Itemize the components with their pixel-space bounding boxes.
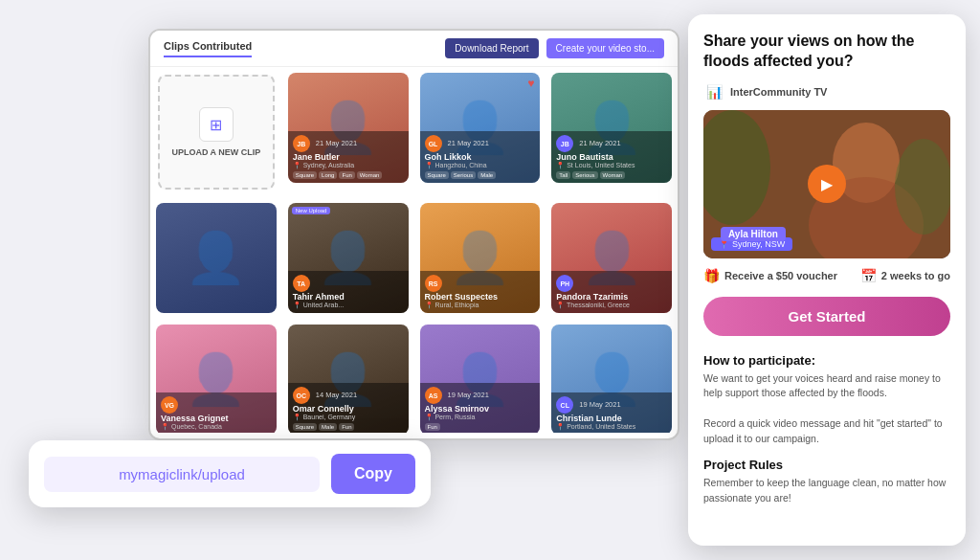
rules-body: Remember to keep the language clean, no … [688,476,966,514]
clip-card-7[interactable]: 👤PHPandora Tzarimis📍 Thessaloniki, Greec… [546,197,678,319]
avatar-1: JB [293,135,310,152]
video-thumbnail[interactable]: ▶ Ayla Hilton 📍 Sydney, NSW [703,110,950,258]
clip-tag: Serious [451,171,476,179]
svg-point-4 [895,139,950,235]
time-info: 📅 2 weeks to go [860,268,950,283]
clip-tags-3: TallSeriousWoman [556,171,667,179]
clip-date-3: 21 May 2021 [579,139,620,147]
video-name-badge: Ayla Hilton [721,227,786,241]
clip-tag: Male [319,423,337,431]
copy-link-text: mymagiclink/upload [44,457,320,492]
clip-name-5: Tahir Ahmed [293,292,404,302]
copy-modal: mymagiclink/upload Copy [29,440,431,507]
avatar-9: OC [293,387,310,404]
upload-cell[interactable]: ⊞ UPLOAD A NEW CLIP [150,67,282,197]
panel-title: Share your views on how the floods affec… [688,14,966,81]
how-to-body: We want to get your voices heard and rai… [688,371,966,455]
clip-info-11: CL19 May 2021Christian Lunde📍 Portland, … [551,392,672,433]
clip-card-5[interactable]: 👤New UploadTATahir Ahmed📍 United Arab... [282,197,414,319]
clip-card-4[interactable]: 👤 [150,197,282,319]
clip-card-10[interactable]: 👤AS19 May 2021Alyssa Smirnov📍 Perm, Russ… [414,319,546,433]
clip-tag: Fun [339,423,354,431]
screen-header: Clips Contributed Download Report Create… [150,31,678,67]
upload-icon: ⊞ [199,107,234,142]
clip-name-3: Juno Bautista [556,152,667,162]
clip-info-2: GL21 May 2021Goh Likkok📍 Hangzhou, China… [420,131,541,183]
clip-tag: Square [293,171,317,179]
voucher-info: 🎁 Receive a $50 voucher [703,268,837,283]
clip-card-3[interactable]: 👤JB21 May 2021Juno Bautista📍 St Louis, U… [546,67,678,197]
avatar-2: GL [425,135,442,152]
clip-card-8[interactable]: 👤VGVanessa Grignet📍 Quebec, Canada [150,319,282,433]
clip-location-5: 📍 United Arab... [293,302,404,309]
clip-card-9[interactable]: 👤OC14 May 2021Omar Connelly📍 Baunei, Ger… [282,319,414,433]
clip-name-10: Alyssa Smirnov [425,404,536,414]
avatar-8: VG [161,396,178,414]
clip-date-1: 21 May 2021 [316,139,357,147]
avatar-3: JB [556,135,573,152]
clips-grid: ⊞ UPLOAD A NEW CLIP 👤JB21 May 2021Jane B… [150,67,678,433]
clip-date-10: 19 May 2021 [448,391,489,399]
info-row: 🎁 Receive a $50 voucher 📅 2 weeks to go [688,258,966,293]
clip-location-9: 📍 Baunei, Germany [293,414,404,421]
clip-card-6[interactable]: 👤RSRobert Suspectes📍 Rural, Ethiopia [414,197,546,319]
clip-location-7: 📍 Thessaloniki, Greece [556,302,667,309]
clip-tag: Male [478,171,496,179]
clip-info-7: PHPandora Tzarimis📍 Thessaloniki, Greece [551,271,672,313]
clip-card-2[interactable]: 👤♥GL21 May 2021Goh Likkok📍 Hangzhou, Chi… [414,67,546,197]
clip-tags-2: SquareSeriousMale [425,171,536,179]
brand-logo-icon: 📊 [703,81,724,102]
clip-location-2: 📍 Hangzhou, China [425,162,536,169]
upload-label: UPLOAD A NEW CLIP [171,147,260,157]
clip-location-11: 📍 Portland, United States [556,423,667,431]
video-badges: Ayla Hilton 📍 Sydney, NSW [711,237,792,251]
copy-button[interactable]: Copy [331,454,415,494]
clip-name-6: Robert Suspectes [425,292,536,302]
laptop-screen: Clips Contributed Download Report Create… [148,29,679,440]
clip-info-9: OC14 May 2021Omar Connelly📍 Baunei, Germ… [288,383,409,433]
avatar-6: RS [425,275,442,292]
clip-name-8: Vanessa Grignet [161,414,272,423]
clip-location-6: 📍 Rural, Ethiopia [425,302,536,309]
clip-location-10: 📍 Perm, Russia [425,414,536,421]
clip-location-3: 📍 St Louis, United States [556,162,667,169]
calendar-icon: 📅 [860,268,877,283]
clip-name-11: Christian Lunde [556,414,667,423]
clip-tag: Serious [572,171,597,179]
clip-date-9: 14 May 2021 [316,391,357,399]
clip-tags-9: SquareMaleFun [293,423,404,431]
clip-info-1: JB21 May 2021Jane Butler📍 Sydney, Austra… [288,131,409,183]
clip-name-9: Omar Connelly [293,404,404,414]
clip-name-7: Pandora Tzarimis [556,292,667,302]
clip-info-10: AS19 May 2021Alyssa Smirnov📍 Perm, Russi… [420,383,541,433]
clip-info-5: TATahir Ahmed📍 United Arab... [288,271,409,313]
brand-row: 📊 InterCommunity TV [688,81,966,110]
clip-location-1: 📍 Sydney, Australia [293,162,404,169]
clip-card-1[interactable]: 👤JB21 May 2021Jane Butler📍 Sydney, Austr… [282,67,414,197]
get-started-button[interactable]: Get Started [703,297,950,336]
clip-location-8: 📍 Quebec, Canada [161,423,272,431]
clip-tag: Woman [357,171,383,179]
clip-name-2: Goh Likkok [425,152,536,162]
clip-card-11[interactable]: 👤CL19 May 2021Christian Lunde📍 Portland,… [546,319,678,433]
brand-name: InterCommunity TV [730,86,827,98]
clip-tag: Square [425,171,449,179]
rules-title: Project Rules [688,454,966,476]
clips-tab[interactable]: Clips Contributed [164,40,252,57]
avatar-5: TA [293,275,310,292]
header-buttons: Download Report Create your video sto... [445,38,664,58]
heart-icon: ♥ [527,77,534,90]
clip-tag: Fun [425,423,440,431]
time-text: 2 weeks to go [881,270,950,281]
download-report-button[interactable]: Download Report [445,38,538,58]
clip-info-6: RSRobert Suspectes📍 Rural, Ethiopia [420,271,541,313]
voucher-text: Receive a $50 voucher [724,270,837,281]
clip-tag: Woman [600,171,626,179]
video-overlay: ▶ Ayla Hilton 📍 Sydney, NSW [703,110,950,258]
play-button[interactable]: ▶ [808,165,846,203]
create-video-button[interactable]: Create your video sto... [546,38,664,58]
clip-tag: Long [319,171,337,179]
clip-tags-10: Fun [425,423,536,431]
clip-name-1: Jane Butler [293,152,404,162]
right-panel: Share your views on how the floods affec… [688,14,966,546]
